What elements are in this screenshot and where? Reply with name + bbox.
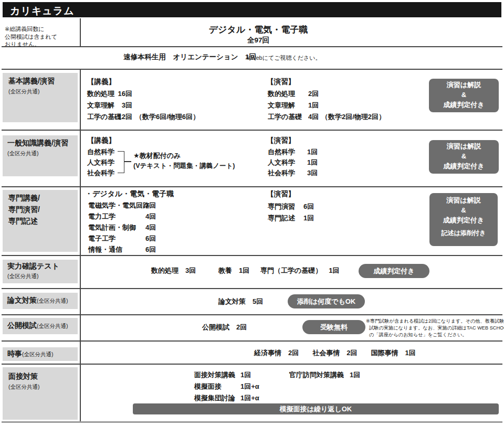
lecture-header: 【講義】 [87, 136, 116, 145]
row-label: 基本講義/演習 [8, 77, 55, 86]
item-count: 4回 [308, 112, 319, 122]
item-count: 6回 [303, 202, 314, 211]
row-label: 面接対策 [8, 372, 38, 381]
divider-line [2, 46, 502, 47]
grading-badge: 演習は解説 & 成績判定付き [429, 140, 499, 174]
row-label-box: 基本講義/演習 (全区分共通) [3, 73, 78, 122]
materials-note-detail: (Vテキスト・問題集・講義ノート) [133, 162, 235, 171]
test-item: 数的処理 3回 [151, 266, 196, 275]
row-sublabel: (全区分共通) [7, 273, 39, 280]
item-count: 6回 [145, 245, 156, 254]
course-title: デジタル・電気・電子職 [80, 24, 437, 36]
row-label-box: 公開模試(全区分共通) [3, 318, 78, 334]
item-count: 2回 [308, 89, 319, 99]
table-bottom-border [2, 421, 502, 423]
row-label-box: 一般知識講義/演習 (全区分共通) [3, 135, 78, 176]
lecture-header: 【講義】 [87, 77, 116, 87]
mock-exam-item: 公開模試 2回 [202, 323, 247, 332]
orientation-text: 速修本科生用 オリエンテーション 1回 [123, 52, 256, 62]
item-count: 4回 [145, 212, 156, 221]
item-name: 模擬集団討論 [194, 393, 235, 403]
item-name: 社会科学 [268, 168, 295, 178]
subject: 社会科学 [87, 168, 114, 178]
specialized-course-title: ・デジタル・電気・電子職 [85, 189, 174, 199]
mock-exam-note: ※専門試験が含まれる模試は2回になります。その他、教養試験・論文 試験の実施にな… [366, 318, 504, 338]
item-extra: （数学6回/物理6回） [135, 112, 200, 122]
item-count: 4回 [145, 223, 156, 232]
row-label-box: 論文対策(全区分共通) [3, 293, 78, 309]
page-title: カリキュラム [10, 4, 75, 18]
row-sublabel: (全区分共通) [8, 384, 40, 391]
item-name: 電力工学 [88, 212, 116, 221]
item-name: 電子工学 [88, 234, 116, 243]
grading-badge: 演習は解説 & 成績判定付き 記述は添削付き [429, 193, 498, 246]
item-count: 1回 [307, 147, 318, 157]
item-count: 1回 [240, 370, 251, 380]
item-name: 官庁訪問対策講義 [289, 370, 344, 380]
item-count: 1回 [350, 370, 360, 380]
row-label-box: 実力確認テスト (全区分共通) [3, 260, 78, 283]
free-exam-pill-badge: 受験無料 [302, 320, 365, 334]
item-name: 工学の基礎 [268, 112, 302, 122]
grading-pill-badge: 成績判定付き [359, 264, 429, 278]
row-label: 専門記述 [8, 217, 38, 226]
row-sublabel: (全区分共通) [8, 88, 40, 95]
item-name: 情報・通信 [88, 245, 122, 254]
exercise-header: 【演習】 [267, 189, 295, 199]
row-label: 専門演習/ [8, 205, 40, 215]
row-sublabel: (全区分共通) [7, 150, 39, 157]
row-label: 公開模試(全区分共通) [7, 321, 68, 331]
item-count: 12回 [103, 112, 132, 122]
item-name: 電気計画・制御 [88, 223, 136, 232]
orientation-note: ※Webにてご視聴ください。 [246, 54, 321, 62]
lecture-count-note: ※総講義回数に公開模試は含まれておりません。 [5, 25, 76, 48]
item-name: 電磁気学・電気回路 [88, 201, 150, 210]
item-count: 7回 [145, 201, 156, 210]
essay-item: 論文対策 5回 [218, 297, 263, 306]
exercise-header: 【演習】 [267, 77, 295, 87]
divider-line [2, 130, 502, 131]
item-name: 専門演習 [268, 202, 295, 211]
item-count: 1回+α [240, 393, 259, 403]
divider-line [2, 288, 502, 289]
divider-line [2, 364, 502, 365]
repeat-interview-banner: 模擬面接は繰り返しOK [133, 403, 499, 414]
item-count: 3回 [307, 168, 318, 178]
item-name: 面接対策講義 [194, 370, 235, 380]
item-count: 3回 [103, 101, 132, 110]
row-label: 一般知識講義/演習 [7, 139, 68, 148]
exercise-header: 【演習】 [267, 136, 295, 145]
divider-line [2, 314, 502, 315]
item-name: 数的処理 [268, 89, 295, 99]
item-name: 専門記述 [268, 214, 295, 223]
item-count: 6回 [145, 234, 156, 243]
divider-line [2, 69, 502, 70]
grading-badge: 演習は解説 & 成績判定付き [429, 79, 499, 112]
row-label: 論文対策(全区分共通) [7, 296, 68, 305]
item-count: 1回 [307, 158, 318, 167]
row-label-box: 面接対策 (全区分共通) [3, 367, 78, 420]
row-label-box: 専門講義/ 専門演習/ 専門記述 [3, 190, 78, 252]
item-name: 文章理解 [268, 101, 295, 110]
correction-badge-line: 記述は添削付き [429, 229, 498, 237]
item-count: 1回 [308, 101, 319, 110]
bracket-shape [118, 151, 124, 173]
subject: 自然科学 [87, 147, 114, 157]
course-total-count: 全97回 [80, 36, 437, 45]
test-item: 教養 1回 [218, 266, 249, 275]
divider-line [2, 340, 502, 342]
materials-note: ★教材配付のみ [133, 151, 181, 161]
row-label-box: 時事(全区分共通) [3, 347, 78, 361]
subject: 人文科学 [87, 158, 114, 167]
row-label: 時事(全区分共通) [7, 349, 54, 359]
item-extra: （数学2回/物理2回） [321, 112, 385, 122]
item-name: 自然科学 [268, 147, 295, 157]
item-name: 人文科学 [268, 158, 295, 167]
current-affairs-items: 経済事情 2回 社会事情 2回 国際事情 1回 [254, 348, 416, 358]
divider-line [2, 255, 502, 256]
item-count: 1回 [303, 214, 314, 223]
row-label: 実力確認テスト [7, 262, 59, 271]
item-count: 16回 [103, 89, 132, 99]
bracket-arm [124, 161, 131, 162]
row-label: 専門講義/ [8, 194, 40, 203]
